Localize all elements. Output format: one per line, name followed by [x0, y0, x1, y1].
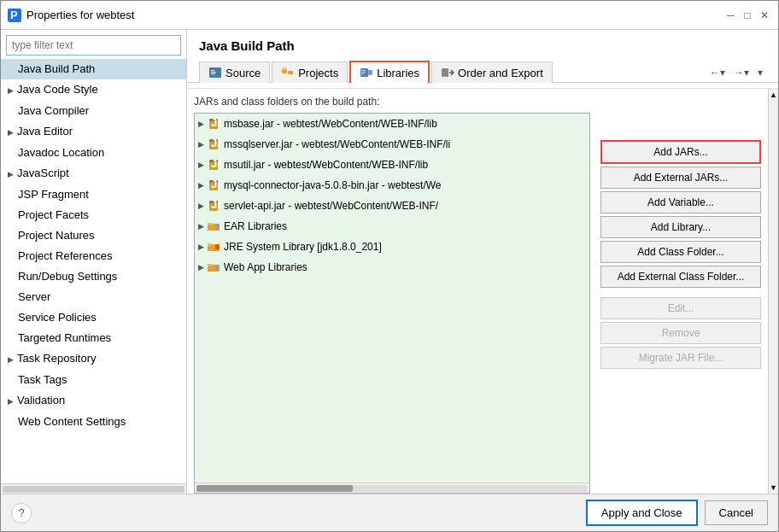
scroll-up-arrow[interactable]: ▲ — [769, 89, 778, 101]
tab-source[interactable]: Source — [199, 61, 270, 83]
tree-item-icon-jar: JAR — [207, 158, 220, 172]
sidebar-item-task-repository[interactable]: ▶Task Repository — [1, 348, 186, 370]
svg-text:JAR: JAR — [211, 117, 220, 129]
tree-item-icon-jar: JAR — [207, 117, 220, 131]
svg-rect-12 — [361, 72, 366, 73]
tree-item-msutil[interactable]: ▶ JAR msutil.jar - webtest/WebContent/WE… — [195, 155, 589, 175]
scroll-down-arrow[interactable]: ▼ — [769, 482, 778, 494]
tree-item-servlet-api[interactable]: ▶ JAR servlet-api.jar - webtest/WebConte… — [195, 196, 589, 216]
libraries-tab-icon — [360, 66, 373, 79]
tree-item-web-app[interactable]: ▶ Web App Libraries — [195, 257, 589, 278]
svg-rect-33 — [215, 224, 220, 229]
apply-close-button[interactable]: Apply and Close — [586, 500, 698, 526]
window-title: Properties for webtest — [26, 9, 723, 21]
tree-item-msbase[interactable]: ▶ JAR msbase.jar - webtest/WebContent/WE… — [195, 114, 589, 134]
svg-text:JAR: JAR — [211, 199, 220, 211]
nav-menu-button[interactable]: ▾ — [754, 65, 766, 80]
svg-rect-35 — [208, 243, 213, 246]
main-content: Java Build Path▶Java Code StyleJava Comp… — [1, 30, 778, 494]
tab-libraries[interactable]: Libraries — [349, 61, 430, 83]
tree-item-mssqlserver[interactable]: ▶ JAR mssqlserver.jar - webtest/WebConte… — [195, 134, 589, 155]
tree-item-ear-libraries[interactable]: ▶ EAR Libraries — [195, 216, 589, 237]
sidebar-item-project-references[interactable]: Project References — [1, 246, 186, 266]
title-bar: P Properties for webtest ─ □ ✕ — [1, 1, 778, 30]
tree-expand-icon: ▶ — [198, 259, 204, 276]
tree-item-label: EAR Libraries — [224, 218, 287, 235]
add-library-button[interactable]: Add Library... — [600, 216, 761, 238]
sidebar: Java Build Path▶Java Code StyleJava Comp… — [1, 30, 187, 494]
expand-arrow-icon: ▶ — [8, 351, 14, 368]
sidebar-item-task-tags[interactable]: Task Tags — [1, 370, 186, 390]
sidebar-item-java-editor[interactable]: ▶Java Editor — [1, 121, 186, 143]
expand-arrow-icon: ▶ — [8, 393, 14, 410]
add-class-folder-button[interactable]: Add Class Folder... — [600, 241, 761, 263]
add-external-jars-button[interactable]: Add External JARs... — [600, 167, 761, 189]
sidebar-item-java-code-style[interactable]: ▶Java Code Style — [1, 79, 186, 101]
tree-item-label: mysql-connector-java-5.0.8-bin.jar - web… — [224, 177, 442, 194]
order-export-tab-icon — [441, 66, 454, 79]
tab-order-export[interactable]: Order and Export — [431, 61, 553, 83]
sidebar-item-project-facets[interactable]: Project Facets — [1, 205, 186, 225]
sidebar-horizontal-scrollbar[interactable] — [1, 483, 186, 494]
tree-item-label: JRE System Library [jdk1.8.0_201] — [224, 238, 382, 255]
tree-hscroll-thumb — [196, 485, 353, 492]
source-tab-icon — [208, 66, 222, 79]
sidebar-item-javadoc-location[interactable]: Javadoc Location — [1, 143, 186, 163]
sidebar-item-java-compiler[interactable]: Java Compiler — [1, 101, 186, 121]
svg-text:JAR: JAR — [211, 137, 220, 149]
help-button[interactable]: ? — [11, 503, 32, 523]
svg-text:P: P — [10, 9, 18, 21]
tree-expand-icon: ▶ — [198, 177, 204, 194]
red-arrow-annotations — [648, 89, 778, 93]
sidebar-item-run-debug-settings[interactable]: Run/Debug Settings — [1, 266, 186, 287]
tree-expand-icon: ▶ — [198, 197, 204, 214]
sidebar-item-project-natures[interactable]: Project Natures — [1, 225, 186, 246]
right-scrollbar[interactable]: ▲ ▼ — [768, 89, 778, 494]
sidebar-item-validation[interactable]: ▶Validation — [1, 390, 186, 412]
sidebar-item-targeted-runtimes[interactable]: Targeted Runtimes — [1, 328, 186, 348]
panel-header: Java Build Path SourceProjectsLibrariesO… — [187, 30, 778, 89]
sidebar-item-java-build-path[interactable]: Java Build Path — [1, 59, 186, 79]
tree-scroll-area[interactable]: ▶ JAR msbase.jar - webtest/WebContent/WE… — [195, 114, 589, 482]
add-external-class-folder-button[interactable]: Add External Class Folder... — [600, 266, 761, 288]
tree-item-icon-jar: JAR — [207, 199, 220, 213]
nav-forward-button[interactable]: →▾ — [730, 65, 753, 80]
tree-item-label: Web App Libraries — [224, 259, 308, 276]
tree-horizontal-scrollbar[interactable] — [195, 482, 589, 493]
sidebar-item-jsp-fragment[interactable]: JSP Fragment — [1, 184, 186, 205]
sidebar-filter-input[interactable] — [6, 35, 181, 56]
sidebar-item-javascript[interactable]: ▶JavaScript — [1, 163, 186, 184]
app-icon: P — [8, 9, 21, 22]
tree-item-mysql-connector[interactable]: ▶ JAR mysql-connector-java-5.0.8-bin.jar… — [195, 175, 589, 196]
edit-button: Edit... — [600, 297, 761, 319]
order-export-tab-label: Order and Export — [458, 67, 543, 79]
source-tab-label: Source — [226, 67, 261, 79]
svg-rect-7 — [283, 67, 286, 70]
sidebar-item-web-content-settings[interactable]: Web Content Settings — [1, 412, 186, 432]
svg-text:JAR: JAR — [211, 178, 220, 190]
add-variable-button[interactable]: Add Variable... — [600, 191, 761, 213]
sidebar-item-server[interactable]: Server — [1, 287, 186, 307]
add-jars-button[interactable]: Add JARs... — [600, 140, 761, 164]
tree-expand-icon: ▶ — [198, 136, 204, 153]
svg-rect-11 — [361, 70, 366, 71]
svg-rect-32 — [208, 223, 213, 225]
sidebar-list: Java Build Path▶Java Code StyleJava Comp… — [1, 59, 186, 483]
tree-hscroll-track — [196, 485, 588, 492]
tab-projects[interactable]: Projects — [272, 61, 348, 83]
tree-expand-icon: ▶ — [198, 218, 204, 235]
nav-back-button[interactable]: ←▾ — [706, 65, 729, 80]
libraries-content: JARs and class folders on the build path… — [187, 89, 597, 494]
tree-item-icon-folder — [207, 219, 220, 233]
svg-rect-5 — [211, 73, 215, 74]
restore-button[interactable]: □ — [741, 9, 754, 22]
tree-item-jre-system[interactable]: ▶ JRE System Library [jdk1.8.0_201] — [195, 237, 589, 257]
svg-rect-36 — [215, 244, 220, 249]
close-button[interactable]: ✕ — [758, 9, 771, 22]
sidebar-item-service-policies[interactable]: Service Policies — [1, 307, 186, 328]
cancel-button[interactable]: Cancel — [705, 500, 768, 525]
expand-arrow-icon: ▶ — [8, 166, 14, 183]
minimize-button[interactable]: ─ — [723, 9, 737, 22]
migrate-jar-button: Migrate JAR File... — [600, 347, 761, 369]
action-buttons-panel: Add JARs...Add External JARs...Add Varia… — [597, 89, 768, 494]
